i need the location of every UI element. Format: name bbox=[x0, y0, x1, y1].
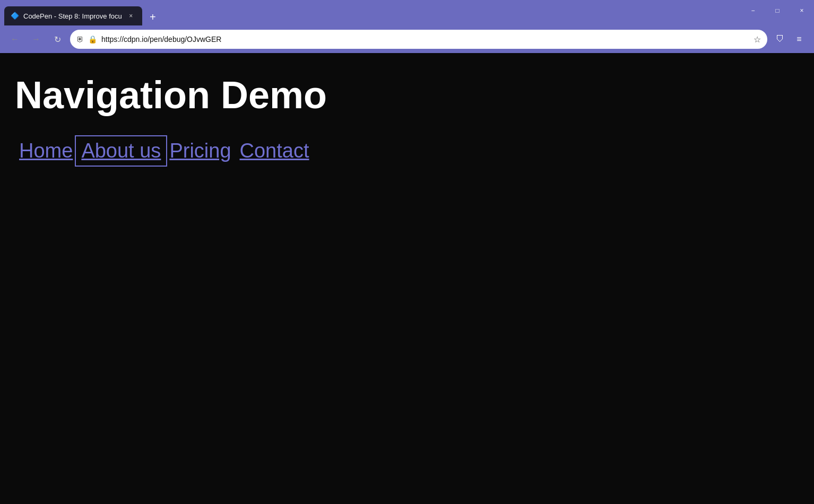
pocket-icon[interactable]: ⛉ bbox=[772, 31, 789, 48]
nav-link-about-us[interactable]: About us bbox=[77, 137, 165, 164]
active-tab[interactable]: 🔷 CodePen - Step 8: Improve focu × bbox=[4, 6, 142, 25]
forward-button[interactable]: → bbox=[28, 31, 45, 48]
tab-bar: 🔷 CodePen - Step 8: Improve focu × + − □… bbox=[0, 0, 814, 25]
minimize-button[interactable]: − bbox=[741, 0, 765, 21]
lock-icon: 🔒 bbox=[88, 35, 97, 44]
browser-chrome: 🔷 CodePen - Step 8: Improve focu × + − □… bbox=[0, 0, 814, 53]
address-input-wrap[interactable]: ⛨ 🔒 https://cdpn.io/pen/debug/OJvwGER ☆ bbox=[70, 30, 767, 49]
address-bar: ← → ↻ ⛨ 🔒 https://cdpn.io/pen/debug/OJvw… bbox=[0, 25, 814, 53]
shield-icon: ⛨ bbox=[76, 35, 84, 44]
menu-icon[interactable]: ≡ bbox=[791, 31, 808, 48]
back-button[interactable]: ← bbox=[6, 31, 23, 48]
refresh-button[interactable]: ↻ bbox=[49, 31, 66, 48]
tab-favicon: 🔷 bbox=[11, 12, 19, 20]
tab-title: CodePen - Step 8: Improve focu bbox=[23, 12, 122, 20]
nav-link-contact[interactable]: Contact bbox=[236, 137, 314, 164]
maximize-button[interactable]: □ bbox=[765, 0, 790, 21]
webpage-content: Navigation Demo HomeAbout usPricingConta… bbox=[0, 53, 814, 504]
toolbar-icons: ⛉ ≡ bbox=[772, 31, 808, 48]
new-tab-button[interactable]: + bbox=[144, 8, 161, 25]
navigation-links: HomeAbout usPricingContact bbox=[15, 137, 799, 164]
bookmark-icon[interactable]: ☆ bbox=[754, 34, 761, 45]
nav-link-home[interactable]: Home bbox=[15, 137, 77, 164]
close-button[interactable]: × bbox=[790, 0, 814, 21]
window-controls: − □ × bbox=[741, 0, 814, 21]
nav-link-pricing[interactable]: Pricing bbox=[165, 137, 235, 164]
tab-close-button[interactable]: × bbox=[126, 11, 136, 21]
address-url[interactable]: https://cdpn.io/pen/debug/OJvwGER bbox=[101, 35, 749, 44]
page-title: Navigation Demo bbox=[15, 74, 799, 116]
